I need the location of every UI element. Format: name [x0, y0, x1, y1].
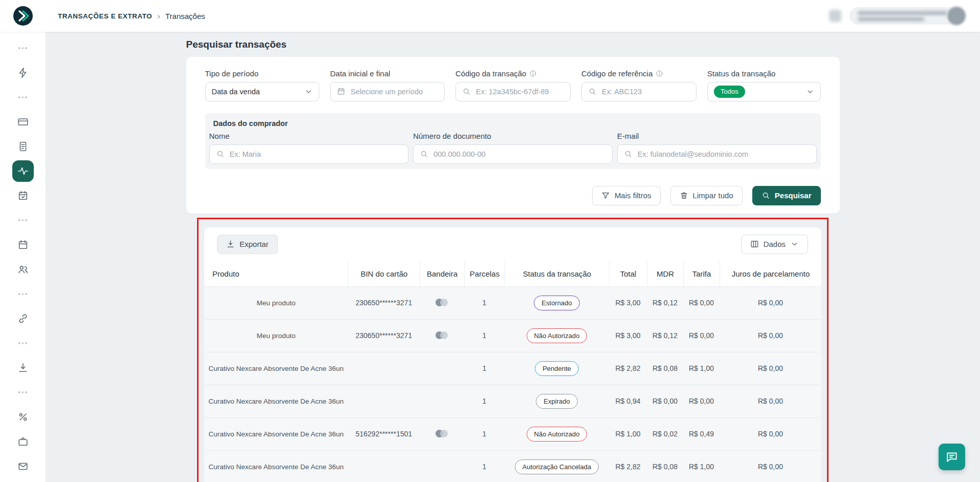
- search-icon: [588, 87, 597, 96]
- sidebar-item-calendar[interactable]: [0, 233, 46, 257]
- breadcrumb-current: Transações: [165, 12, 205, 20]
- transaction-code-input-box[interactable]: [455, 82, 571, 101]
- column-header-juros[interactable]: Juros de parcelamento: [720, 261, 821, 286]
- buyer-document-input-box[interactable]: [413, 144, 613, 164]
- cell-status: Não Autorizado: [505, 320, 609, 352]
- reference-code-input-box[interactable]: [581, 82, 696, 101]
- date-range-input[interactable]: [350, 87, 438, 96]
- transaction-code-label: Código da transação: [455, 69, 526, 78]
- notification-icon-blurred[interactable]: [829, 10, 841, 22]
- sidebar-item-transactions-active[interactable]: [0, 159, 46, 183]
- column-header-total[interactable]: Total: [609, 261, 647, 286]
- breadcrumb: TRANSAÇÕES E EXTRATO › Transações: [58, 12, 205, 20]
- table-row[interactable]: Curativo Nexcare Absorvente De Acne 36un…: [204, 352, 821, 385]
- table-header-row: Produto BIN do cartão Bandeira Parcelas …: [204, 261, 821, 287]
- results-section: Exportar Dados Produto BIN do cartão Ban…: [204, 227, 821, 482]
- sidebar-item-receipt[interactable]: [0, 134, 46, 159]
- cell-bandeira: [420, 385, 464, 417]
- chat-button[interactable]: [939, 444, 965, 470]
- buyer-document-input[interactable]: [432, 150, 606, 159]
- sidebar-item-calendar-check[interactable]: [0, 183, 46, 208]
- buyer-email-input[interactable]: [637, 150, 810, 159]
- sidebar-ellipsis: [0, 282, 46, 306]
- cell-juros: R$ 0,00: [720, 385, 821, 417]
- export-button[interactable]: Exportar: [217, 235, 278, 254]
- table-row[interactable]: Curativo Nexcare Absorvente De Acne 36un…: [204, 418, 821, 451]
- sidebar-item-briefcase[interactable]: [0, 429, 46, 454]
- table-row[interactable]: Curativo Nexcare Absorvente De Acne 36un…: [204, 451, 821, 482]
- cell-tarifa: R$ 0,00: [683, 385, 720, 417]
- cell-tarifa: R$ 0,00: [683, 287, 720, 319]
- status-badge: Não Autorizado: [527, 427, 587, 442]
- cell-bandeira: [420, 320, 464, 352]
- cell-mdr: R$ 0,12: [647, 287, 683, 319]
- column-header-produto[interactable]: Produto: [204, 261, 348, 286]
- cell-parcelas: 1: [464, 352, 505, 385]
- download-icon: [226, 240, 235, 248]
- more-filters-button[interactable]: Mais filtros: [592, 186, 661, 205]
- search-icon: [624, 150, 633, 158]
- sidebar-item-download[interactable]: [0, 355, 46, 380]
- search-button[interactable]: Pesquisar: [752, 186, 821, 205]
- cell-total: R$ 2,82: [609, 352, 647, 385]
- cell-tarifa: R$ 1,00: [683, 451, 720, 482]
- reference-code-field: Código de referência: [581, 69, 696, 101]
- status-badge: Pendente: [535, 361, 579, 376]
- status-badge: Autorização Cancelada: [515, 459, 599, 474]
- date-range-field: Data inicial e final: [330, 69, 445, 101]
- columns-button[interactable]: Dados: [741, 235, 808, 254]
- info-icon[interactable]: [529, 70, 537, 77]
- user-info-blurred[interactable]: [850, 7, 961, 25]
- column-header-status[interactable]: Status da transação: [505, 261, 609, 286]
- column-header-bandeira[interactable]: Bandeira: [420, 261, 464, 286]
- transaction-code-input[interactable]: [475, 87, 564, 96]
- column-header-bin[interactable]: BIN do cartão: [348, 261, 420, 286]
- cell-produto: Curativo Nexcare Absorvente De Acne 36un: [204, 418, 348, 450]
- avatar[interactable]: [946, 6, 967, 26]
- buyer-document-label: Número de documento: [413, 132, 613, 140]
- column-header-parcelas[interactable]: Parcelas: [464, 261, 505, 286]
- sidebar-item-percent[interactable]: [0, 405, 46, 429]
- column-header-mdr[interactable]: MDR: [647, 261, 683, 286]
- buyer-name-input-box[interactable]: [209, 144, 409, 164]
- receipt-icon: [17, 141, 29, 152]
- cell-total: R$ 2,82: [609, 451, 647, 482]
- wallet-card-icon: [17, 116, 29, 128]
- period-type-select[interactable]: Data da venda: [205, 82, 320, 101]
- cell-produto: Curativo Nexcare Absorvente De Acne 36un: [204, 451, 348, 482]
- cell-juros: R$ 0,00: [720, 451, 821, 482]
- buyer-email-input-box[interactable]: [617, 144, 817, 164]
- sidebar-item-users[interactable]: [0, 257, 46, 282]
- sidebar-item-link[interactable]: [0, 306, 46, 331]
- table-row[interactable]: Meu produto 230650******3271 1 Estornado…: [204, 287, 821, 320]
- status-select[interactable]: Todos: [707, 82, 821, 101]
- reference-code-input[interactable]: [601, 87, 690, 96]
- sidebar-ellipsis: [0, 208, 46, 233]
- status-field: Status da transação Todos: [707, 69, 821, 101]
- period-type-field: Tipo de período Data da venda: [205, 69, 320, 101]
- buyer-panel-title: Dados do comprador: [213, 119, 817, 128]
- table-row[interactable]: Meu produto 230650******3271 1 Não Autor…: [204, 320, 821, 352]
- sidebar-item-lightning[interactable]: [0, 60, 46, 85]
- column-header-tarifa[interactable]: Tarifa: [683, 261, 720, 286]
- cell-mdr: R$ 0,00: [647, 385, 683, 417]
- filters-row: Tipo de período Data da venda Data inici…: [205, 69, 821, 101]
- search-filters-card: Tipo de período Data da venda Data inici…: [186, 57, 840, 214]
- period-type-value: Data da venda: [212, 88, 260, 96]
- percent-icon: [17, 411, 29, 423]
- sidebar-item-wallet[interactable]: [0, 110, 46, 134]
- clear-all-button[interactable]: Limpar tudo: [670, 186, 743, 205]
- table-row[interactable]: Curativo Nexcare Absorvente De Acne 36un…: [204, 385, 821, 418]
- app-logo[interactable]: [0, 6, 46, 26]
- active-item-highlight: [12, 160, 34, 182]
- buyer-name-input[interactable]: [229, 150, 402, 159]
- filter-actions: Mais filtros Limpar tudo Pesquisar: [205, 186, 821, 205]
- breadcrumb-section[interactable]: TRANSAÇÕES E EXTRATO: [58, 12, 152, 20]
- cell-bin: [348, 451, 420, 482]
- info-icon[interactable]: [656, 70, 663, 77]
- buyer-data-panel: Dados do comprador Nome Número de docume…: [205, 113, 821, 169]
- card-brand-icon: [435, 430, 448, 438]
- date-range-input-box[interactable]: [330, 82, 445, 101]
- status-badge: Estornado: [534, 296, 579, 310]
- sidebar-item-mail[interactable]: [0, 454, 46, 478]
